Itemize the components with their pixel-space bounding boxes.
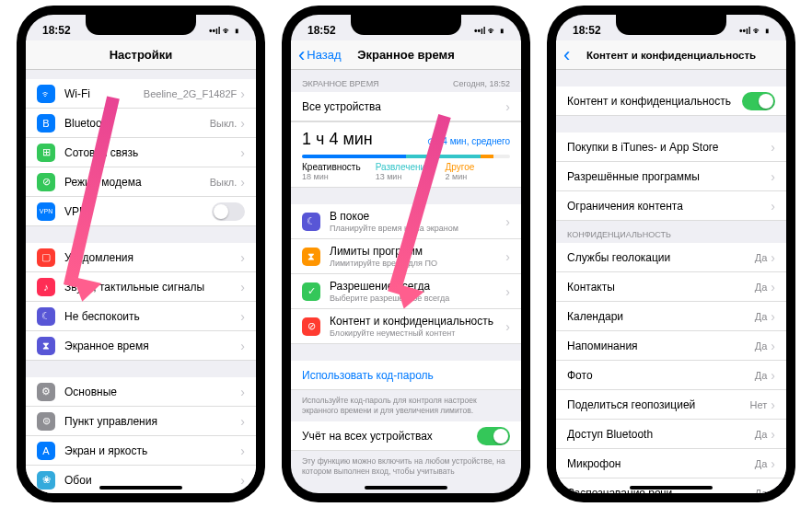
row-icon: A <box>37 442 55 460</box>
settings-row[interactable]: Покупки в iTunes- и App Store› <box>556 133 786 162</box>
settings-row[interactable]: AЭкран и яркость› <box>26 436 256 466</box>
footer-text: Эту функцию можно включить на любом устр… <box>291 451 521 482</box>
row-icon: VPN <box>37 202 55 221</box>
chevron-icon: › <box>240 385 245 399</box>
row-label: Сотовая связь <box>64 146 240 159</box>
chevron-icon: › <box>771 309 775 324</box>
section-header: КОНФИДЕНЦИАЛЬНОСТЬ <box>556 221 786 243</box>
row-icon: ⧗ <box>37 337 55 355</box>
footer-text: Используйте код-пароль для контроля наст… <box>291 390 521 421</box>
settings-row[interactable]: ▢Уведомления› <box>26 243 256 272</box>
back-button[interactable] <box>563 50 572 60</box>
chevron-icon: › <box>505 99 510 114</box>
usage-legend: Креативность18 мин Развлечения13 мин Дру… <box>302 162 510 181</box>
chevron-icon: › <box>505 319 510 334</box>
all-devices-account-row[interactable]: Учёт на всех устройствах <box>291 421 521 451</box>
row-icon: ⊜ <box>37 412 55 431</box>
settings-row[interactable]: ⊘Контент и конфиденциальностьБлокируйте … <box>291 309 521 344</box>
screen-time-card[interactable]: 1 ч 4 мин⊙ 24 мин, среднего Креативность… <box>291 121 521 188</box>
settings-row[interactable]: КалендариДа› <box>556 302 786 331</box>
chevron-icon: › <box>771 486 775 494</box>
row-icon: ☾ <box>37 307 55 326</box>
row-icon: ✓ <box>302 282 320 301</box>
settings-row[interactable]: НапоминанияДа› <box>556 331 786 361</box>
settings-row[interactable]: ⚙Основные› <box>26 377 256 407</box>
chevron-icon: › <box>505 214 510 229</box>
settings-row[interactable]: ᯤWi-FiBeeline_2G_F1482F› <box>26 79 256 109</box>
chevron-icon: › <box>771 199 775 213</box>
row-icon: ♪ <box>37 278 55 296</box>
total-time: 1 ч 4 мин <box>302 130 373 149</box>
chevron-icon: › <box>771 398 775 412</box>
page-title: Экранное время <box>357 48 455 62</box>
navbar: Настройки <box>26 40 256 70</box>
row-label: Экран и яркость <box>64 444 240 457</box>
row-icon: ☾ <box>302 213 320 231</box>
settings-row[interactable]: ⊞Сотовая связь› <box>26 138 256 167</box>
chevron-icon: › <box>240 86 245 101</box>
chevron-icon: › <box>240 339 245 353</box>
settings-row[interactable]: Доступ BluetoothДа› <box>556 420 786 449</box>
settings-row[interactable]: ⊘Режим модемаВыкл.› <box>26 167 256 197</box>
settings-row[interactable]: ♪Звуки, тактильные сигналы› <box>26 272 256 302</box>
row-label: Основные <box>64 386 240 398</box>
row-label: Обои <box>64 474 240 487</box>
settings-row[interactable]: МикрофонДа› <box>556 449 786 478</box>
toggle[interactable] <box>742 92 775 110</box>
row-label: Лимиты программ <box>330 245 505 258</box>
row-label: Wi-Fi <box>64 87 144 100</box>
settings-row[interactable]: ФотоДа› <box>556 361 786 390</box>
row-value: Выкл. <box>210 118 238 129</box>
chevron-icon: › <box>505 249 510 264</box>
row-label: Не беспокоить <box>64 310 240 323</box>
row-label: Пункт управления <box>64 415 240 428</box>
chevron-icon: › <box>240 250 245 265</box>
settings-row[interactable]: ⧗Экранное время› <box>26 331 256 361</box>
row-icon: ⊘ <box>37 173 55 191</box>
toggle[interactable] <box>477 427 510 445</box>
usage-bar <box>302 155 510 158</box>
chevron-icon: › <box>771 456 775 471</box>
page-title: Контент и конфиденциальность <box>586 50 756 61</box>
page-title: Настройки <box>110 48 173 62</box>
navbar: Контент и конфиденциальность <box>556 40 786 70</box>
row-icon: ⊘ <box>302 317 320 336</box>
settings-row[interactable]: ⊜Пункт управления› <box>26 407 256 436</box>
chevron-icon: › <box>240 116 245 131</box>
row-value: Beeline_2G_F1482F <box>144 88 238 99</box>
settings-row[interactable]: Ограничения контента› <box>556 191 786 221</box>
all-devices-row[interactable]: Все устройства› <box>291 92 521 121</box>
row-icon: ⚙ <box>37 383 55 401</box>
status-icons: ••ıl ᯤ ▮ <box>209 26 239 36</box>
settings-row[interactable]: VPNVPN <box>26 197 256 226</box>
chevron-icon: › <box>240 175 245 190</box>
section-header: ЭКРАННОЕ ВРЕМЯСегодня, 18:52 <box>291 70 521 92</box>
row-icon: ❀ <box>37 471 55 490</box>
row-sub: Блокируйте неуместный контент <box>330 328 505 338</box>
chevron-icon: › <box>505 284 510 299</box>
row-value: Выкл. <box>210 177 238 188</box>
settings-row[interactable]: КонтактыДа› <box>556 272 786 302</box>
settings-row[interactable]: Службы геолокацииДа› <box>556 243 786 272</box>
row-label: Уведомления <box>64 251 240 264</box>
navbar: Назад Экранное время <box>291 40 521 70</box>
settings-row[interactable]: Поделиться геопозициейНет› <box>556 390 786 420</box>
row-label: Контент и конфиденциальность <box>330 315 505 328</box>
chevron-icon: › <box>240 309 245 324</box>
row-label: Bluetooth <box>64 117 210 130</box>
chevron-icon: › <box>240 414 245 429</box>
chevron-icon: › <box>240 145 245 160</box>
settings-row[interactable]: Разрешённые программы› <box>556 162 786 191</box>
row-icon: ⊞ <box>37 144 55 162</box>
back-button[interactable]: Назад <box>298 48 342 62</box>
toggle[interactable] <box>212 202 245 221</box>
main-toggle-row[interactable]: Контент и конфиденциальность <box>556 86 786 116</box>
settings-row[interactable]: BBluetoothВыкл.› <box>26 109 256 138</box>
chevron-icon: › <box>771 427 775 442</box>
settings-row[interactable]: ☾Не беспокоить› <box>26 302 256 331</box>
chevron-icon: › <box>771 140 775 155</box>
use-passcode-row[interactable]: Использовать код-пароль <box>291 361 521 390</box>
chevron-icon: › <box>240 473 245 488</box>
chevron-icon: › <box>771 280 775 294</box>
row-sub: Лимитируйте время для ПО <box>330 259 505 268</box>
